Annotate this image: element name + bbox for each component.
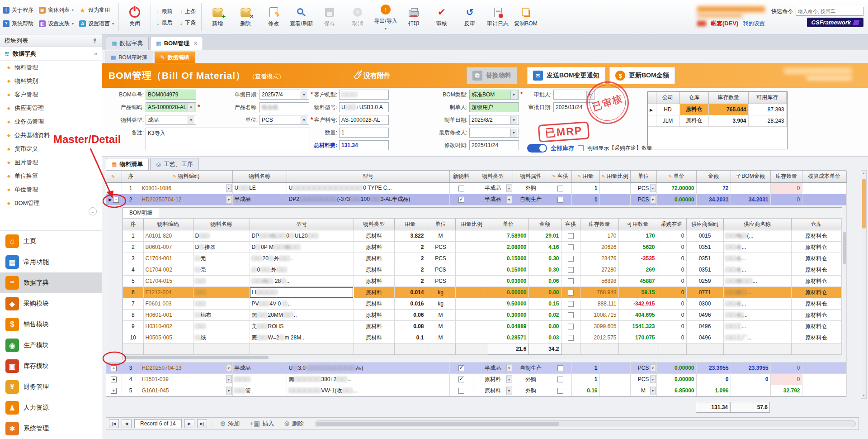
grid-row[interactable]: 4C1704-002口壳口0口口外口口原材料2PCS 0.150000.3027… [123, 264, 841, 276]
grid-cell[interactable] [599, 363, 630, 374]
grid-cell[interactable]: 美口口ROHS [250, 321, 354, 332]
module-生产模块[interactable]: ◉生产模块 [0, 335, 102, 356]
grid-cell[interactable]: K0801-1086▼ [140, 182, 232, 194]
grid-cell[interactable]: M [426, 230, 455, 242]
grid-cell[interactable]: 0259 [686, 276, 723, 287]
grid-cell[interactable]: 原材料仓 [791, 253, 841, 264]
grid-cell[interactable]: 0496 [686, 321, 723, 332]
grid-cell[interactable]: 2 [394, 276, 426, 287]
module-系统管理[interactable]: ✱系统管理 [0, 418, 102, 439]
grid-cell[interactable]: 口口 [193, 287, 250, 298]
grid-row[interactable]: +3HD20250704-13▼半成品U口3.0 口口口口口口口口口品)半成品▼… [106, 363, 846, 374]
grid-cell[interactable]: F0601-003 [143, 298, 193, 310]
column-header-物料编码[interactable]: 物料编码 [143, 219, 193, 230]
grid-cell[interactable]: 半成品 [232, 194, 287, 205]
grid-cell[interactable]: 0.00000 [488, 287, 528, 298]
copy-button[interactable]: 复制BOM [512, 0, 540, 34]
close-button[interactable]: 关闭 [121, 0, 149, 34]
menu-lang[interactable]: A设置语言▾ [79, 20, 114, 28]
grid-cell[interactable]: 0.06 [528, 276, 561, 287]
dropdown-icon[interactable]: ▼ [650, 387, 656, 395]
grid-row[interactable]: ▶HD原料仓765.04487.393 [648, 104, 786, 115]
grid-cell[interactable]: 原材料仓 [791, 264, 841, 276]
grid-cell[interactable]: 404.695 [618, 310, 657, 321]
grid-cell[interactable]: PCS▼ [630, 182, 656, 194]
collapse-group-icon[interactable]: « [94, 51, 97, 57]
module-数据字典[interactable]: ≡数据字典 [0, 272, 102, 293]
grid-cell[interactable]: 外购 [513, 374, 549, 385]
column-header-物料名称[interactable]: 物料名称 [193, 219, 250, 230]
sidebar-item-业务员管理[interactable]: ◆业务员管理 [0, 115, 102, 129]
grid-cell[interactable]: 原材料仓 [791, 287, 841, 298]
grid-cell[interactable] [802, 385, 846, 396]
grid-cell[interactable]: 原材料 [354, 276, 394, 287]
grid-cell[interactable]: 0 [770, 182, 802, 194]
grid-cell[interactable] [561, 230, 580, 242]
grid-cell[interactable]: DP口口线口口0口UL20口口 [250, 230, 354, 242]
grid-cell[interactable]: 0.00 [528, 321, 561, 332]
grid-cell[interactable]: 4 [123, 264, 143, 276]
column-header-单位[interactable]: 单位 [630, 171, 656, 182]
grid-cell[interactable]: 5620 [618, 242, 657, 253]
grid-cell[interactable]: 170 [618, 230, 657, 242]
grid-cell[interactable]: 1 [571, 182, 599, 194]
grid-cell[interactable]: F1212-004 [143, 287, 193, 298]
grid-cell[interactable]: M [426, 310, 455, 321]
column-header-仓库[interactable]: 仓库 [679, 92, 708, 104]
grid-vertical-scrollbar[interactable]: ▲ ▼ [861, 170, 867, 399]
dropdown-icon[interactable]: ▼ [650, 184, 656, 192]
sidebar-item-单位换算[interactable]: ◆单位换算 [0, 169, 102, 183]
grid-cell[interactable] [549, 385, 571, 396]
prod_code-field[interactable]: AS-1000028-AL▼ [146, 102, 196, 112]
view-tab-数据编辑[interactable]: ✎数据编辑 [155, 52, 195, 63]
grid-cell[interactable]: 0.00000 [656, 363, 696, 374]
grid-cell[interactable]: 原材料仓 [791, 242, 841, 253]
grid-cell[interactable]: 0771 [686, 287, 723, 298]
sidebar-item-物料管理[interactable]: ◆物料管理 [0, 61, 102, 74]
grid-cell[interactable]: 0015 [686, 230, 723, 242]
grid-cell[interactable]: U口3.0 口口口口口口口口口品) [287, 363, 449, 374]
prev-record-button[interactable]: ◀ [122, 419, 132, 428]
grid-cell[interactable]: 原材料 [354, 332, 394, 344]
column-header-用量比例[interactable]: ✎用量比例 [599, 171, 630, 182]
grid-cell[interactable] [449, 374, 473, 385]
grid-cell[interactable]: 0 [657, 298, 686, 310]
grid-cell[interactable] [449, 194, 473, 205]
grid-cell[interactable]: 0.03 [528, 332, 561, 344]
grid-cell[interactable]: 口口 [193, 276, 250, 287]
grid-cell[interactable]: PCS [426, 242, 455, 253]
grid-cell[interactable]: 0.03000 [488, 276, 528, 287]
cust_code-field[interactable]: AS-1000028-AL [339, 115, 389, 125]
grid-cell[interactable]: 4 [122, 374, 140, 385]
doc-tab-数据字典[interactable]: ▦数据字典 [106, 37, 149, 50]
grid-cell[interactable]: JLM [656, 115, 679, 126]
grid-cell[interactable]: 0.30 [528, 264, 561, 276]
grid-cell[interactable]: 原料仓 [679, 104, 708, 115]
grid-cell[interactable]: 0351 [686, 253, 723, 264]
grid-cell[interactable]: 原材料仓 [791, 298, 841, 310]
grid-cell[interactable]: 0.16 [571, 385, 599, 396]
modify_time-field[interactable]: 2025/11/24 [469, 140, 519, 150]
column-header-供应商编码[interactable]: 供应商编码 [686, 219, 723, 230]
dropdown-icon[interactable]: ▼ [650, 364, 656, 372]
menu-about[interactable]: i关于程序 [3, 6, 33, 14]
grid-cell[interactable] [802, 363, 846, 374]
grid-cell[interactable]: 0 [657, 287, 686, 298]
sidebar-item-客户管理[interactable]: ◆客户管理 [0, 88, 102, 101]
remark-field[interactable]: K3导入 [146, 128, 310, 150]
column-header-序[interactable]: 序 [123, 219, 143, 230]
column-header-库存数量[interactable]: 库存数量 [770, 171, 802, 182]
grid-cell[interactable]: 口口名... [723, 264, 791, 276]
grid-cell[interactable] [561, 321, 580, 332]
grid-cell[interactable] [455, 264, 488, 276]
grid-cell[interactable]: 原材料▼ [473, 374, 513, 385]
grid-cell[interactable]: G1601-045▼ [140, 385, 232, 396]
menu-forms[interactable]: ▣窗体列表▾ [39, 6, 74, 14]
column-header-库存数量[interactable]: 库存数量 [580, 219, 618, 230]
grid-cell[interactable]: 2 [123, 242, 143, 253]
grid-cell[interactable]: 0 [770, 374, 802, 385]
grid-cell[interactable]: 1541.323 [618, 321, 657, 332]
first-record-button[interactable]: |◀ [109, 419, 119, 428]
grid-cell[interactable]: 原材料 [354, 321, 394, 332]
column-header-新物料[interactable]: 新物料 [449, 171, 473, 182]
